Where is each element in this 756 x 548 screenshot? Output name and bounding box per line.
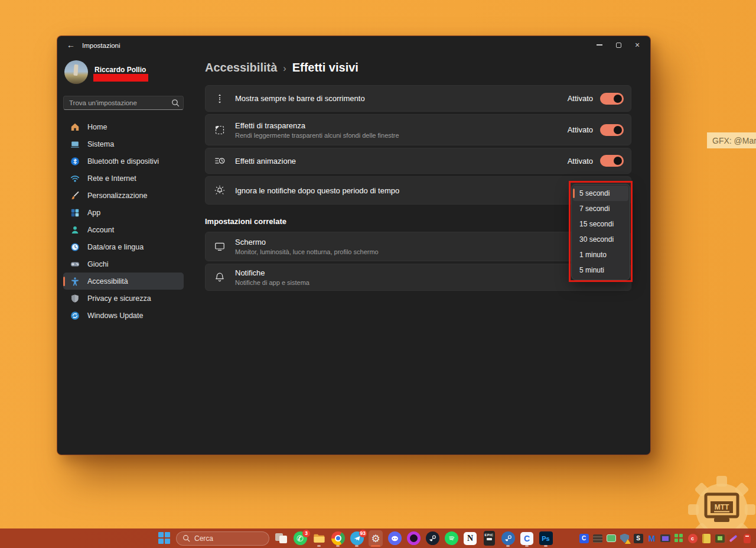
- tray-display-icon[interactable]: [660, 533, 670, 543]
- sidebar: Riccardo Pollio Home Sistema: [57, 56, 205, 455]
- tray-c-glyph: C: [579, 534, 589, 543]
- related-settings-header: Impostazioni correlate: [205, 217, 286, 226]
- settings-gear-icon: ⚙: [371, 533, 380, 544]
- sidebar-item-bluetooth[interactable]: Bluetooth e dispositivi: [63, 153, 184, 170]
- sidebar-item-app[interactable]: App: [63, 204, 184, 221]
- tray-malwarebytes-icon[interactable]: M: [647, 533, 657, 543]
- setting-title: Mostra sempre le barre di scorrimento: [235, 94, 365, 103]
- annotation-highlight-box: [569, 181, 633, 282]
- taskbar-steam-running[interactable]: [501, 530, 515, 547]
- setting-title: Ignora le notifiche dopo questo periodo …: [235, 186, 399, 195]
- taskbar: Cerca ✆3 93 ⚙ N EPIC C Ps C S M: [0, 528, 756, 548]
- related-title: Notifiche: [235, 268, 309, 277]
- notion-icon: N: [464, 532, 477, 545]
- search-icon: [171, 99, 180, 109]
- tray-payment-icon[interactable]: [606, 533, 616, 543]
- sidebar-item-rete[interactable]: Rete e Internet: [63, 170, 184, 187]
- clock-icon: [70, 242, 80, 252]
- taskbar-clipchamp[interactable]: C: [520, 530, 534, 547]
- sidebar-item-windows-update[interactable]: Windows Update: [63, 307, 184, 324]
- settings-window: ← Impostazioni × Riccardo Pollio: [57, 35, 651, 455]
- active-app-indicator: [371, 545, 380, 547]
- toggle-status-label: Attivato: [568, 157, 593, 166]
- taskbar-steam[interactable]: [425, 530, 439, 547]
- toggle-knob: [614, 126, 622, 134]
- maximize-icon: [616, 43, 621, 48]
- sidebar-item-label: Rete e Internet: [87, 174, 136, 183]
- discord-icon: [388, 531, 402, 545]
- taskbar-chrome[interactable]: [331, 530, 345, 547]
- sidebar-item-home[interactable]: Home: [63, 118, 184, 135]
- chrome-icon: [331, 531, 345, 545]
- minimize-button[interactable]: [590, 38, 609, 52]
- taskbar-notion[interactable]: N: [463, 530, 477, 547]
- taskbar-telegram[interactable]: 93: [350, 530, 364, 547]
- taskbar-opera-gx[interactable]: [406, 530, 421, 547]
- tray-s-app-icon[interactable]: S: [633, 533, 643, 543]
- epic-games-icon: EPIC: [484, 531, 495, 546]
- tray-green-grid-icon[interactable]: [674, 533, 684, 543]
- maximize-button[interactable]: [609, 38, 628, 52]
- related-title: Schermo: [235, 238, 379, 247]
- related-row-notifiche[interactable]: Notifiche Notifiche di app e sistema: [205, 264, 631, 291]
- taskbar-photoshop[interactable]: Ps: [539, 530, 553, 547]
- back-button[interactable]: ←: [67, 40, 75, 50]
- taskbar-discord[interactable]: [387, 530, 402, 547]
- chevron-right-icon: ›: [283, 63, 286, 74]
- breadcrumb-parent[interactable]: Accessibilità: [205, 61, 277, 74]
- settings-search[interactable]: [63, 96, 184, 110]
- sidebar-item-account[interactable]: Account: [63, 221, 184, 238]
- profile-name: Riccardo Pollio: [94, 66, 146, 74]
- tray-security-warning-icon[interactable]: [620, 533, 630, 543]
- setting-row-transparency[interactable]: Effetti di trasparenza Rendi leggermente…: [205, 114, 631, 145]
- spotify-icon: [445, 531, 458, 545]
- transparency-toggle[interactable]: [600, 124, 624, 136]
- taskbar-spotify[interactable]: [444, 530, 458, 547]
- taskbar-settings-active[interactable]: ⚙: [369, 530, 383, 547]
- sidebar-item-accessibilita[interactable]: Accessibilità: [63, 273, 184, 290]
- taskbar-search-label: Cerca: [194, 534, 213, 543]
- sidebar-item-data-ora[interactable]: Data/ora e lingua: [63, 238, 184, 255]
- sidebar-item-label: Account: [87, 226, 114, 234]
- scrollbars-toggle[interactable]: [600, 93, 624, 105]
- search-input[interactable]: [64, 96, 168, 109]
- start-button[interactable]: [158, 532, 170, 544]
- steam-icon: [426, 531, 439, 545]
- accessibility-icon: [70, 277, 80, 286]
- task-view-button[interactable]: [274, 530, 288, 547]
- titlebar: ← Impostazioni ×: [57, 36, 650, 56]
- taskbar-epic-games[interactable]: EPIC: [482, 530, 496, 547]
- sidebar-item-giochi[interactable]: Giochi: [63, 255, 184, 273]
- whatsapp-badge: 3: [302, 530, 310, 537]
- taskbar-search[interactable]: Cerca: [176, 531, 269, 546]
- sidebar-item-sistema[interactable]: Sistema: [63, 135, 184, 153]
- tray-mascot-icon[interactable]: [742, 533, 752, 543]
- running-indicator: [544, 545, 548, 547]
- running-indicator: [506, 545, 510, 547]
- setting-row-dismiss-notifications[interactable]: Ignora le notifiche dopo questo periodo …: [205, 176, 631, 205]
- tray-clipchamp-icon[interactable]: C: [579, 533, 589, 543]
- sidebar-item-label: Personalizzazione: [87, 192, 147, 200]
- bell-icon: [214, 271, 226, 283]
- sidebar-item-label: Accessibilità: [87, 277, 128, 286]
- taskbar-whatsapp[interactable]: ✆3: [293, 530, 307, 547]
- tray-image-viewer-icon[interactable]: [715, 533, 725, 543]
- avatar[interactable]: [64, 60, 88, 84]
- setting-row-animation[interactable]: Effetti animazione Attivato: [205, 148, 631, 174]
- tray-keyboard-icon[interactable]: [592, 533, 602, 543]
- taskbar-file-explorer[interactable]: [312, 530, 326, 547]
- setting-row-scrollbars[interactable]: Mostra sempre le barre di scorrimento At…: [205, 85, 631, 112]
- main-content: Accessibilità › Effetti visivi Mostra se…: [205, 56, 650, 455]
- tray-pen-icon[interactable]: [728, 533, 738, 543]
- update-icon: [70, 311, 80, 320]
- sidebar-item-privacy[interactable]: Privacy e sicurezza: [63, 290, 184, 307]
- toggle-status-label: Attivato: [568, 94, 593, 103]
- sidebar-item-personalizzazione[interactable]: Personalizzazione: [63, 187, 184, 204]
- tray-file-icon[interactable]: [701, 533, 711, 543]
- avatar-photo: [73, 64, 78, 76]
- running-indicator: [317, 545, 321, 547]
- related-row-schermo[interactable]: Schermo Monitor, luminosità, luce nottur…: [205, 232, 631, 261]
- tray-red-circle-icon[interactable]: c: [687, 533, 698, 543]
- close-button[interactable]: ×: [628, 38, 647, 52]
- animation-toggle[interactable]: [600, 155, 624, 167]
